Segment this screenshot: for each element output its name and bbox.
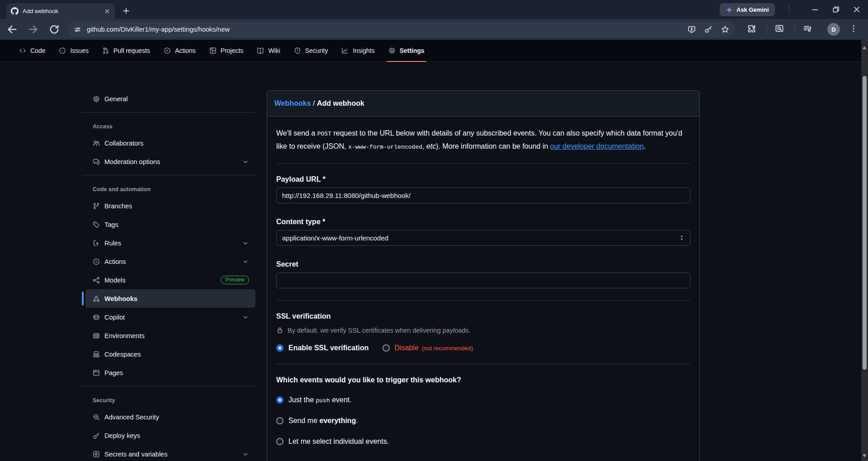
section-divider [276, 300, 690, 301]
back-icon[interactable] [6, 24, 18, 35]
install-app-icon[interactable] [688, 25, 696, 33]
extensions-puzzle-icon[interactable] [747, 24, 756, 33]
tab-close-icon[interactable] [104, 8, 110, 14]
sidebar-item-branches[interactable]: Branches [82, 197, 255, 215]
add-webhook-card: Webhooks / Add webhook We'll send a POST… [267, 90, 700, 461]
select-updown-icon [679, 235, 685, 241]
payload-url-group: Payload URL * [276, 175, 690, 203]
tab-settings[interactable]: Settings [383, 40, 430, 61]
restore-icon[interactable] [826, 0, 846, 19]
scrollbar-down-arrow-icon[interactable] [863, 454, 866, 457]
sidebar-item-rules[interactable]: Rules [82, 234, 255, 252]
breadcrumb: Webhooks / Add webhook [267, 91, 699, 117]
search-page-icon[interactable] [775, 24, 784, 33]
event-everything-label: Send me everything. [288, 417, 358, 425]
ask-gemini-button[interactable]: Ask Gemini [720, 3, 775, 16]
tab-actions[interactable]: Actions [158, 40, 201, 61]
lock-icon [276, 327, 283, 334]
chevron-down-icon [242, 240, 249, 247]
sidebar-item-models[interactable]: Models Preview [82, 271, 255, 289]
tab-label: Pull requests [113, 47, 150, 54]
event-push-radio[interactable] [276, 396, 283, 404]
sidebar-item-label: Pages [104, 369, 123, 376]
bookmark-star-icon[interactable] [721, 25, 729, 33]
sidebar-item-label: Webhooks [104, 295, 137, 302]
sidebar-item-webhooks[interactable]: Webhooks [85, 289, 255, 308]
push-code: push [316, 397, 330, 404]
sidebar-item-actions[interactable]: Actions [82, 252, 255, 271]
event-option-everything[interactable]: Send me everything. [276, 417, 690, 425]
sidebar-divider [82, 112, 255, 113]
browser-tab[interactable]: Add webhook [6, 3, 115, 19]
breadcrumb-webhooks-link[interactable]: Webhooks [274, 99, 311, 107]
tab-issues[interactable]: Issues [53, 40, 94, 61]
profile-avatar[interactable]: D [827, 23, 840, 36]
sidebar-item-label: Codespaces [104, 351, 141, 358]
tab-label: Wiki [268, 47, 280, 54]
secret-label: Secret [276, 260, 690, 268]
browser-tab-strip: Add webhook Ask Gemini [0, 0, 868, 19]
sidebar-item-copilot[interactable]: Copilot [82, 308, 255, 326]
sidebar-item-collaborators[interactable]: Collaborators [82, 134, 255, 152]
scrollbar-up-arrow-icon[interactable] [863, 46, 866, 49]
content-type-label: Content type * [276, 218, 690, 226]
scrollbar-thumb[interactable] [863, 76, 867, 370]
tab-code[interactable]: Code [14, 40, 51, 61]
sidebar-item-label: Environments [104, 332, 145, 339]
url-bar[interactable]: github.com/DivKiller1/my-app/settings/ho… [68, 22, 735, 37]
disable-ssl-suffix: (not recommended) [422, 345, 473, 352]
disable-ssl-radio[interactable] [382, 344, 390, 352]
close-icon[interactable] [846, 0, 867, 19]
sidebar-section-code-automation: Code and automation [82, 179, 255, 197]
payload-url-input[interactable] [276, 188, 690, 203]
pull-request-icon [102, 47, 109, 54]
tab-security[interactable]: Security [288, 40, 334, 61]
event-everything-radio[interactable] [276, 417, 283, 424]
sidebar-item-environments[interactable]: Environments [82, 326, 255, 345]
ssl-verification-heading: SSL verification [276, 312, 690, 320]
forward-icon[interactable] [27, 24, 39, 35]
disable-ssl-option[interactable]: Disable (not recommended) [382, 344, 473, 352]
codespaces-icon [93, 351, 100, 358]
sidebar-item-moderation-options[interactable]: Moderation options [82, 152, 255, 171]
sidebar-item-label: Deploy keys [104, 432, 140, 439]
codescan-icon [93, 414, 100, 421]
sidebar-item-pages[interactable]: Pages [82, 363, 255, 382]
menu-kebab-icon[interactable] [849, 24, 858, 33]
event-option-push[interactable]: Just the push event. [276, 396, 690, 404]
sidebar-item-codespaces[interactable]: Codespaces [82, 345, 255, 363]
git-branch-icon [93, 202, 100, 210]
sidebar-item-general[interactable]: General [82, 89, 255, 108]
sidebar-item-label: Actions [104, 258, 126, 265]
sidebar-item-secrets-and-variables[interactable]: Secrets and variables [82, 445, 255, 461]
secret-input[interactable] [276, 273, 690, 288]
events-section: Which events would you like to trigger t… [276, 376, 690, 446]
event-individual-radio[interactable] [276, 438, 283, 445]
media-playlist-icon[interactable] [803, 24, 812, 33]
tab-insights[interactable]: Insights [336, 40, 380, 61]
tab-projects[interactable]: Projects [204, 40, 249, 61]
sidebar-item-tags[interactable]: Tags [82, 215, 255, 234]
enable-ssl-option[interactable]: Enable SSL verification [276, 344, 369, 352]
settings-sidebar: General Access Collaborators Moderation … [82, 89, 255, 461]
url-text[interactable]: github.com/DivKiller1/my-app/settings/ho… [87, 26, 682, 33]
page-scrollbar[interactable] [861, 40, 868, 461]
github-logo-icon [11, 7, 19, 15]
enable-ssl-radio[interactable] [276, 344, 283, 352]
content-type-select[interactable]: application/x-www-form-urlencoded [276, 230, 690, 246]
tune-icon[interactable] [74, 26, 81, 33]
tab-pull-requests[interactable]: Pull requests [97, 40, 156, 61]
developer-documentation-link[interactable]: our developer documentation [550, 142, 644, 150]
sidebar-item-advanced-security[interactable]: Advanced Security [82, 408, 255, 426]
omnibox-action-icons [688, 25, 729, 33]
ssl-note: By default, we verify SSL certificates w… [276, 327, 690, 334]
minimize-icon[interactable] [805, 0, 826, 19]
secret-group: Secret [276, 260, 690, 288]
event-option-individual[interactable]: Let me select individual events. [276, 437, 690, 446]
new-tab-icon[interactable] [119, 4, 133, 18]
passwords-key-icon[interactable] [704, 25, 712, 33]
reload-icon[interactable] [49, 24, 60, 35]
tab-wiki[interactable]: Wiki [251, 40, 285, 61]
sidebar-item-deploy-keys[interactable]: Deploy keys [82, 426, 255, 445]
event-push-label: Just the push event. [288, 396, 352, 404]
